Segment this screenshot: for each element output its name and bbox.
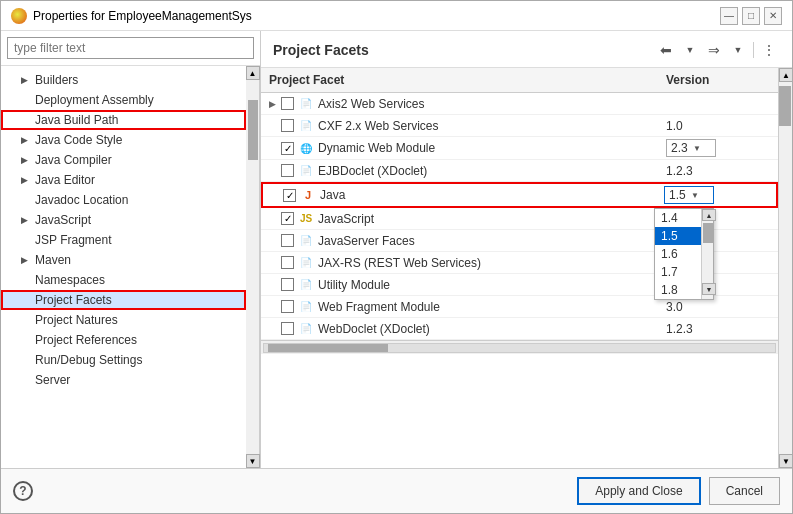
facet-checkbox-ejbdoclet[interactable] [281,164,294,177]
filter-input[interactable] [7,37,254,59]
popup-scroll-up[interactable]: ▲ [702,209,716,221]
dropdown-value: 1.5 [669,188,686,202]
sidebar-item-javadoc-location[interactable]: Javadoc Location [1,190,246,210]
nav-label: Deployment Assembly [35,93,154,107]
col-header-version: Version [658,71,778,89]
facets-content: Project Facet Version ▶ 📄 Axis2 Web Serv… [261,68,792,468]
eclipse-icon [11,8,27,24]
sidebar-item-javascript[interactable]: ▶ JavaScript [1,210,246,230]
facet-js-icon: JS [298,211,314,227]
java-version-popup: 1.4 1.5 1.6 1.7 1.8 ▲ [654,208,714,300]
facet-checkbox-javascript[interactable]: ✓ [281,212,294,225]
facet-name-cell: 📄 CXF 2.x Web Services [261,116,658,136]
java-version-dropdown[interactable]: 1.5 ▼ [664,186,714,204]
dropdown-arrow-icon[interactable]: ▼ [679,39,701,61]
sidebar-item-server[interactable]: Server [1,370,246,390]
facet-checkbox-webdoclet[interactable] [281,322,294,335]
cancel-button[interactable]: Cancel [709,477,780,505]
facet-checkbox-axis2[interactable] [281,97,294,110]
facet-version-cell: 1.2.3 [658,162,778,180]
forward-icon[interactable]: ⇒ [703,39,725,61]
facet-row-ejbdoclet: 📄 EJBDoclet (XDoclet) 1.2.3 [261,160,778,182]
apply-close-button[interactable]: Apply and Close [577,477,700,505]
sidebar-item-deployment-assembly[interactable]: Deployment Assembly [1,90,246,110]
horizontal-scrollbar [261,340,778,354]
popup-scroll-down[interactable]: ▼ [702,283,716,295]
forward-dropdown-icon[interactable]: ▼ [727,39,749,61]
sidebar-item-java-code-style[interactable]: ▶ Java Code Style [1,130,246,150]
back-icon[interactable]: ⬅ [655,39,677,61]
sidebar-item-maven[interactable]: ▶ Maven [1,250,246,270]
close-button[interactable]: ✕ [764,7,782,25]
toolbar-separator [753,42,754,58]
scroll-down-button[interactable]: ▼ [246,454,260,468]
nav-label: Java Editor [35,173,95,187]
h-scroll-thumb [268,344,388,352]
facet-version-cell: 3.0 [658,298,778,316]
scroll-track [247,80,259,454]
sidebar-item-project-facets[interactable]: Project Facets [1,290,246,310]
facets-table-header: Project Facet Version [261,68,778,93]
title-bar-left: Properties for EmployeeManagementSys [11,8,252,24]
right-panel-title: Project Facets [273,42,369,58]
nav-label: Run/Debug Settings [35,353,142,367]
sidebar-item-java-compiler[interactable]: ▶ Java Compiler [1,150,246,170]
facet-label: CXF 2.x Web Services [318,119,438,133]
sidebar-item-java-editor[interactable]: ▶ Java Editor [1,170,246,190]
facet-doc-icon: 📄 [298,277,314,293]
java-dropdown-container: 1.5 ▼ 1.4 1.5 1.6 1.7 [664,186,714,204]
sidebar-item-java-build-path[interactable]: Java Build Path [1,110,246,130]
sidebar-item-project-references[interactable]: Project References [1,330,246,350]
main-window: Properties for EmployeeManagementSys — □… [0,0,793,514]
nav-list: ▶ Builders Deployment Assembly Java Buil… [1,66,246,468]
right-scrollbar: ▲ ▼ [778,68,792,468]
expand-icon: ▶ [21,135,31,145]
sidebar-item-builders[interactable]: ▶ Builders [1,70,246,90]
sidebar-item-project-natures[interactable]: Project Natures [1,310,246,330]
facet-row-axis2: ▶ 📄 Axis2 Web Services [261,93,778,115]
nav-label: Java Compiler [35,153,112,167]
menu-icon[interactable]: ⋮ [758,39,780,61]
nav-label: Project Facets [35,293,112,307]
facet-checkbox-web-fragment[interactable] [281,300,294,313]
nav-label: Java Build Path [35,113,118,127]
v-scroll-up[interactable]: ▲ [779,68,792,82]
footer: ? Apply and Close Cancel [1,468,792,513]
facet-java-icon: J [300,187,316,203]
nav-label: Namespaces [35,273,105,287]
sidebar-item-jsp-fragment[interactable]: JSP Fragment [1,230,246,250]
popup-scroll-thumb [703,223,713,243]
facet-doc-icon: 📄 [298,233,314,249]
dynamic-web-version-dropdown[interactable]: 2.3 ▼ [666,139,716,157]
facet-label: Axis2 Web Services [318,97,424,111]
facet-label: Dynamic Web Module [318,141,435,155]
facet-checkbox-utility[interactable] [281,278,294,291]
facet-doc-icon: 📄 [298,118,314,134]
facet-label: JavaScript [318,212,374,226]
maximize-button[interactable]: □ [742,7,760,25]
facet-doc-icon: 📄 [298,299,314,315]
sidebar-item-namespaces[interactable]: Namespaces [1,270,246,290]
v-scroll-thumb [779,86,791,126]
scroll-up-button[interactable]: ▲ [246,66,260,80]
left-panel: ▶ Builders Deployment Assembly Java Buil… [1,31,261,468]
facet-checkbox-jax-rs[interactable] [281,256,294,269]
facet-checkbox-cxf[interactable] [281,119,294,132]
facet-label: EJBDoclet (XDoclet) [318,164,427,178]
v-scroll-down[interactable]: ▼ [779,454,792,468]
help-button[interactable]: ? [13,481,33,501]
facet-globe-icon: 🌐 [298,140,314,156]
facet-checkbox-jsf[interactable] [281,234,294,247]
title-bar: Properties for EmployeeManagementSys — □… [1,1,792,31]
facet-version-cell [658,102,778,106]
minimize-button[interactable]: — [720,7,738,25]
facet-doc-icon: 📄 [298,321,314,337]
sidebar-item-run-debug[interactable]: Run/Debug Settings [1,350,246,370]
facet-version-cell: 1.0 [658,117,778,135]
facet-doc-icon: 📄 [298,163,314,179]
facet-name-cell: ✓ 🌐 Dynamic Web Module [261,138,658,158]
h-scroll-track [263,343,776,353]
version-text: 1.0 [666,119,683,133]
facet-checkbox-dynamic-web[interactable]: ✓ [281,142,294,155]
facet-checkbox-java[interactable]: ✓ [283,189,296,202]
